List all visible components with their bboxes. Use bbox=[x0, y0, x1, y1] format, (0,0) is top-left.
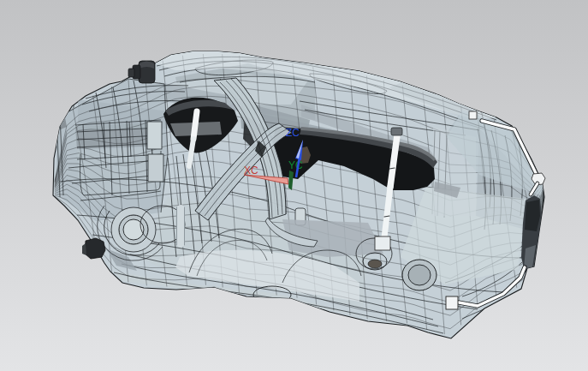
svg-text:ZC: ZC bbox=[286, 127, 300, 139]
svg-text:XC: XC bbox=[244, 165, 258, 177]
svg-text:YC: YC bbox=[288, 159, 303, 171]
